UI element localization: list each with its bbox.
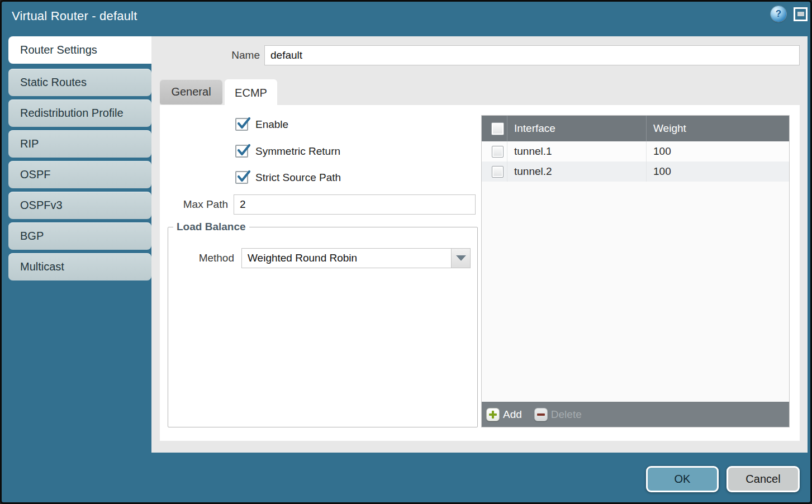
sidebar-item-multicast[interactable]: Multicast (8, 253, 151, 280)
symmetric-return-checkbox[interactable] (235, 145, 248, 158)
row-checkbox-cell (482, 161, 507, 182)
virtual-router-dialog: Virtual Router - default ? Router Settin… (0, 0, 812, 504)
cell-weight: 100 (646, 141, 789, 161)
tab-general[interactable]: General (160, 79, 222, 104)
cancel-button-label: Cancel (745, 473, 780, 486)
method-dropdown-button[interactable] (451, 249, 470, 268)
row-checkbox[interactable] (492, 166, 504, 178)
sidebar-item-label: BGP (20, 230, 44, 243)
sidebar-item-static-routes[interactable]: Static Routes (8, 69, 151, 96)
sidebar-item-bgp[interactable]: BGP (8, 222, 151, 250)
table-row[interactable]: tunnel.1 100 (482, 141, 789, 161)
chevron-down-icon (456, 255, 466, 261)
method-dropdown[interactable]: Weighted Round Robin (241, 248, 471, 268)
max-path-input[interactable] (234, 194, 476, 215)
method-dropdown-value: Weighted Round Robin (242, 249, 451, 268)
cancel-button[interactable]: Cancel (726, 466, 800, 492)
sidebar-item-label: OSPFv3 (20, 199, 63, 212)
sidebar-item-label: OSPF (20, 168, 50, 181)
strict-source-path-checkbox-row[interactable]: Strict Source Path (235, 171, 341, 184)
sidebar-item-label: Multicast (20, 260, 64, 273)
window-dock-icon[interactable] (794, 7, 808, 21)
row-checkbox-cell (482, 141, 507, 161)
ok-button[interactable]: OK (646, 466, 719, 492)
ecmp-tab-content: Enable Symmetric Return Strict Source Pa… (160, 105, 800, 441)
table-row[interactable]: tunnel.2 100 (482, 161, 789, 182)
strict-source-path-checkbox[interactable] (235, 171, 248, 184)
symmetric-return-checkbox-row[interactable]: Symmetric Return (235, 145, 340, 158)
name-input[interactable] (264, 45, 800, 65)
method-label: Method (184, 252, 234, 264)
tab-label: General (171, 85, 211, 98)
window-dock-icon-glyph (797, 12, 804, 16)
load-balance-legend: Load Balance (173, 221, 249, 233)
sidebar-item-label: Redistribution Profile (20, 107, 124, 120)
sidebar-item-ospfv3[interactable]: OSPFv3 (8, 192, 151, 219)
select-all-checkbox[interactable] (491, 122, 504, 135)
add-button[interactable]: Add (503, 408, 522, 421)
help-icon[interactable]: ? (771, 6, 786, 22)
interface-table: Interface Weight tunnel.1 100 tunnel.2 1… (481, 115, 790, 427)
table-header-checkbox-cell (482, 116, 507, 141)
tab-ecmp[interactable]: ECMP (225, 79, 277, 106)
cell-weight: 100 (646, 161, 789, 182)
tab-label: ECMP (235, 87, 267, 99)
max-path-label: Max Path (160, 198, 228, 211)
name-label: Name (186, 49, 260, 61)
column-header-weight: Weight (646, 116, 789, 141)
symmetric-return-label: Symmetric Return (255, 145, 340, 158)
content-panel: Name General ECMP Enable Symmetric Retur… (151, 36, 808, 453)
sidebar-item-label: Router Settings (20, 44, 97, 56)
table-footer: Add Delete (482, 402, 789, 427)
sidebar-item-rip[interactable]: RIP (8, 130, 151, 158)
enable-checkbox[interactable] (235, 118, 248, 131)
ok-button-label: OK (675, 473, 691, 486)
delete-button[interactable]: Delete (551, 408, 582, 421)
load-balance-fieldset: Load Balance Method Weighted Round Robin (168, 221, 478, 427)
add-icon[interactable] (486, 408, 500, 421)
dialog-title: Virtual Router - default (12, 9, 137, 23)
sidebar-item-ospf[interactable]: OSPF (8, 161, 151, 188)
delete-icon[interactable] (534, 408, 548, 421)
titlebar: Virtual Router - default ? (2, 2, 810, 35)
table-header-row: Interface Weight (482, 116, 789, 141)
enable-label: Enable (255, 118, 288, 131)
sidebar-item-redistribution-profile[interactable]: Redistribution Profile (8, 99, 151, 127)
sidebar-item-router-settings[interactable]: Router Settings (8, 36, 152, 64)
sidebar-item-label: Static Routes (20, 76, 87, 89)
row-checkbox[interactable] (492, 146, 504, 158)
enable-checkbox-row[interactable]: Enable (235, 118, 288, 131)
cell-interface: tunnel.1 (507, 141, 646, 161)
cell-interface: tunnel.2 (507, 161, 646, 182)
strict-source-path-label: Strict Source Path (255, 172, 341, 184)
column-header-interface: Interface (507, 116, 646, 141)
sidebar-item-label: RIP (20, 137, 39, 150)
table-empty-area (482, 182, 789, 402)
